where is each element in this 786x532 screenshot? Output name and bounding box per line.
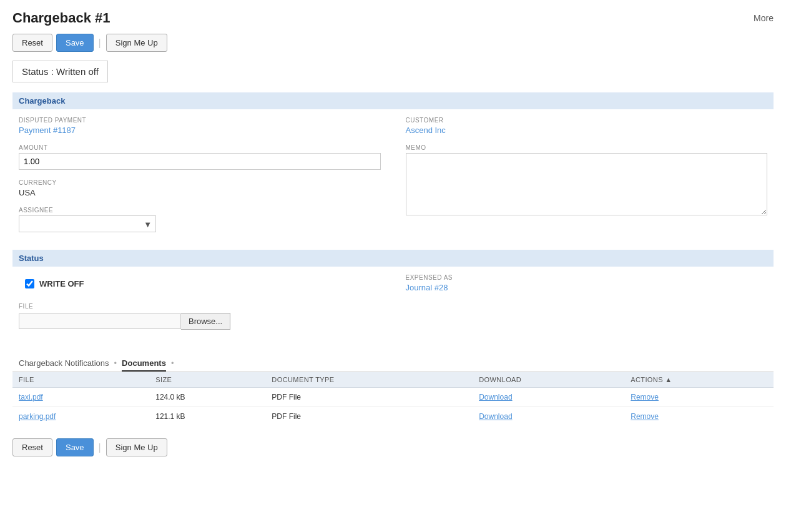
status-badge: Status : Written off [12, 61, 108, 82]
file-section: FILE Browse... [12, 301, 774, 340]
more-link[interactable]: More [754, 13, 774, 23]
assignee-select-wrapper: ▼ [19, 215, 156, 232]
table-row: taxi.pdf 124.0 kB PDF File Download Remo… [12, 388, 774, 407]
status-section-header: Status [12, 250, 774, 267]
save-button-top[interactable]: Save [56, 34, 94, 52]
tabs-nav: Chargeback Notifications • Documents • [12, 350, 774, 372]
expensed-col: EXPENSED AS Journal #28 [406, 274, 768, 293]
table-row: parking.pdf 121.1 kB PDF File Download R… [12, 407, 774, 426]
chargeback-form-grid: DISPUTED PAYMENT Payment #1187 AMOUNT CU… [12, 117, 774, 240]
col-file: FILE [12, 372, 149, 388]
remove-parking[interactable]: Remove [631, 412, 659, 421]
amount-field: AMOUNT [19, 144, 381, 170]
disputed-payment-label: DISPUTED PAYMENT [19, 117, 381, 124]
write-off-label[interactable]: WRITE OFF [39, 279, 84, 288]
customer-value[interactable]: Ascend Inc [406, 126, 768, 135]
remove-taxi[interactable]: Remove [631, 393, 659, 401]
toolbar-divider: | [99, 37, 101, 49]
disputed-payment-value[interactable]: Payment #1187 [19, 126, 381, 135]
customer-field: CUSTOMER Ascend Inc [406, 117, 768, 135]
col-actions: ACTIONS ▲ [624, 372, 774, 388]
tab-separator-2: • [171, 356, 174, 372]
customer-label: CUSTOMER [406, 117, 768, 124]
disputed-payment-field: DISPUTED PAYMENT Payment #1187 [19, 117, 381, 135]
page-title: Chargeback #1 [12, 10, 111, 26]
page-header: Chargeback #1 More [12, 10, 774, 26]
bottom-toolbar: Reset Save | Sign Me Up [12, 438, 774, 456]
file-input[interactable] [19, 313, 181, 329]
tab-chargeback-notifications[interactable]: Chargeback Notifications [19, 356, 109, 372]
reset-button-bottom[interactable]: Reset [12, 438, 52, 456]
status-section: Status WRITE OFF EXPENSED AS Journal #28… [12, 250, 774, 340]
memo-field: MEMO [406, 144, 768, 215]
sign-me-up-button-top[interactable]: Sign Me Up [106, 34, 167, 52]
reset-button-top[interactable]: Reset [12, 34, 52, 52]
chargeback-section-header: Chargeback [12, 92, 774, 109]
assignee-select[interactable] [19, 215, 156, 232]
col-doc-type: DOCUMENT TYPE [265, 372, 473, 388]
file-size-parking: 121.1 kB [149, 407, 265, 426]
chargeback-section: Chargeback DISPUTED PAYMENT Payment #118… [12, 92, 774, 240]
tab-documents[interactable]: Documents [122, 356, 166, 372]
memo-textarea[interactable] [406, 153, 768, 215]
expensed-as-value[interactable]: Journal #28 [406, 283, 768, 292]
doc-type-taxi: PDF File [265, 388, 473, 407]
chargeback-left-col: DISPUTED PAYMENT Payment #1187 AMOUNT CU… [19, 117, 381, 232]
col-size: SIZE [149, 372, 265, 388]
bottom-toolbar-divider: | [99, 442, 101, 453]
top-toolbar: Reset Save | Sign Me Up [12, 34, 774, 52]
status-grid: WRITE OFF EXPENSED AS Journal #28 [12, 274, 774, 301]
download-taxi[interactable]: Download [479, 393, 512, 401]
currency-field: CURRENCY USA [19, 179, 381, 197]
expensed-as-field: EXPENSED AS Journal #28 [406, 274, 768, 292]
currency-label: CURRENCY [19, 179, 381, 186]
file-upload-row: Browse... [19, 313, 767, 330]
write-off-col: WRITE OFF [19, 274, 381, 293]
amount-input[interactable] [19, 153, 381, 170]
tab-separator-1: • [114, 356, 117, 372]
file-name-parking[interactable]: parking.pdf [19, 412, 56, 421]
documents-table: FILE SIZE DOCUMENT TYPE DOWNLOAD ACTIONS… [12, 372, 774, 426]
currency-value: USA [19, 188, 381, 197]
table-header-row: FILE SIZE DOCUMENT TYPE DOWNLOAD ACTIONS… [12, 372, 774, 388]
sign-me-up-button-bottom[interactable]: Sign Me Up [106, 438, 167, 456]
file-label: FILE [19, 303, 33, 310]
tabs-section: Chargeback Notifications • Documents • F… [12, 350, 774, 426]
file-size-taxi: 124.0 kB [149, 388, 265, 407]
browse-button[interactable]: Browse... [181, 313, 230, 330]
write-off-row: WRITE OFF [19, 274, 381, 293]
memo-label: MEMO [406, 144, 768, 151]
col-download: DOWNLOAD [473, 372, 624, 388]
save-button-bottom[interactable]: Save [56, 438, 94, 456]
file-name-taxi[interactable]: taxi.pdf [19, 393, 43, 401]
amount-label: AMOUNT [19, 144, 381, 151]
assignee-field: ASSIGNEE ▼ [19, 207, 381, 232]
doc-type-parking: PDF File [265, 407, 473, 426]
assignee-label: ASSIGNEE [19, 207, 381, 214]
chargeback-right-col: CUSTOMER Ascend Inc MEMO [406, 117, 768, 232]
download-parking[interactable]: Download [479, 412, 512, 421]
write-off-checkbox[interactable] [25, 279, 34, 288]
expensed-as-label: EXPENSED AS [406, 274, 768, 281]
